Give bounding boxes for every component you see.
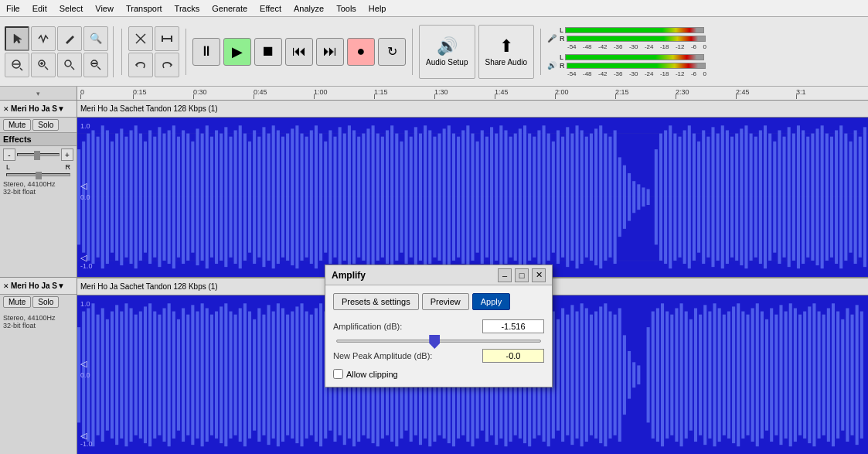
solo-btn[interactable]: Solo xyxy=(32,119,59,131)
svg-rect-304 xyxy=(614,314,617,435)
svg-rect-163 xyxy=(759,130,762,264)
zoom-fit-btn[interactable] xyxy=(57,53,82,77)
draw-tool-btn[interactable] xyxy=(57,26,82,51)
svg-rect-141 xyxy=(655,149,658,244)
zoom-out2-btn[interactable] xyxy=(83,53,108,77)
svg-rect-177 xyxy=(825,134,829,261)
trim-tool-btn[interactable] xyxy=(128,26,153,51)
menu-effect[interactable]: Effect xyxy=(254,2,288,15)
dialog-minimize-btn[interactable]: – xyxy=(498,268,512,282)
menu-file[interactable]: File xyxy=(0,2,26,15)
svg-rect-215 xyxy=(191,305,194,445)
svg-rect-296 xyxy=(575,311,578,438)
menu-help[interactable]: Help xyxy=(363,2,393,15)
close-track2-icon[interactable]: ✕ xyxy=(3,282,9,290)
undo-btn[interactable] xyxy=(128,53,153,77)
pause-btn[interactable]: ⏸ xyxy=(192,38,220,66)
menu-analyze[interactable]: Analyze xyxy=(288,2,330,15)
allow-clipping-row: Allow clipping xyxy=(333,369,544,379)
svg-rect-327 xyxy=(727,311,730,438)
svg-rect-86 xyxy=(390,125,393,268)
presets-settings-btn[interactable]: Presets & settings xyxy=(333,293,419,310)
audio-setup-btn[interactable]: 🔊 Audio Setup xyxy=(419,25,475,79)
svg-rect-69 xyxy=(310,130,313,264)
pan-thumb[interactable] xyxy=(36,172,42,179)
amp-slider-thumb[interactable] xyxy=(429,335,440,349)
gain-thumb[interactable] xyxy=(34,151,40,160)
record-btn[interactable]: ● xyxy=(347,38,375,66)
svg-rect-166 xyxy=(773,142,776,253)
track1-name: Meri Ho Ja S▼ xyxy=(11,104,65,113)
peak-input[interactable] xyxy=(482,349,544,363)
dialog-close-btn[interactable]: ✕ xyxy=(532,268,546,282)
play-btn[interactable]: ▶ xyxy=(223,38,251,66)
zoom-out-btn[interactable] xyxy=(5,53,29,77)
svg-rect-39 xyxy=(168,130,171,264)
amp-input[interactable] xyxy=(482,319,544,333)
svg-line-8 xyxy=(71,67,74,70)
menu-select[interactable]: Select xyxy=(53,2,90,15)
gain-minus-btn[interactable]: - xyxy=(3,148,15,161)
svg-rect-75 xyxy=(339,127,342,267)
svg-rect-63 xyxy=(281,137,284,258)
svg-rect-159 xyxy=(740,128,743,265)
svg-rect-92 xyxy=(419,134,422,261)
svg-rect-233 xyxy=(277,303,280,446)
menu-tools[interactable]: Tools xyxy=(330,2,363,15)
svg-rect-58 xyxy=(257,137,260,258)
svg-rect-24 xyxy=(97,137,100,258)
svg-rect-33 xyxy=(139,134,142,261)
pan-slider[interactable] xyxy=(6,173,70,176)
menu-generate[interactable]: Generate xyxy=(206,2,254,15)
close-track-icon[interactable]: ✕ xyxy=(3,105,9,113)
zoom-sel-btn[interactable] xyxy=(31,53,56,77)
apply-btn[interactable]: Apply xyxy=(472,293,511,310)
menu-transport[interactable]: Transport xyxy=(120,2,168,15)
svg-rect-26 xyxy=(106,130,109,264)
svg-rect-347 xyxy=(822,314,825,435)
amp-slider-track[interactable] xyxy=(336,340,541,343)
ruler-spacer-marker: ▾ xyxy=(36,90,40,97)
svg-rect-200 xyxy=(120,311,123,438)
svg-rect-238 xyxy=(300,303,303,446)
svg-text:-1.0: -1.0 xyxy=(80,262,93,270)
share-audio-btn[interactable]: ⬆ Share Audio xyxy=(478,25,535,79)
svg-rect-110 xyxy=(504,130,507,264)
svg-rect-305 xyxy=(618,308,621,442)
preview-btn[interactable]: Preview xyxy=(422,293,469,310)
track1-waveform[interactable]: 1.0 0.0 -1.0 ◁ ◁ xyxy=(77,118,868,278)
svg-rect-171 xyxy=(797,125,800,268)
allow-clipping-label[interactable]: Allow clipping xyxy=(346,370,398,379)
svg-rect-344 xyxy=(808,306,811,443)
ruler-tick-245 xyxy=(736,94,737,99)
mute-btn2[interactable]: Mute xyxy=(3,296,31,308)
speaker-icon: 🔊 xyxy=(437,36,458,56)
menu-edit[interactable]: Edit xyxy=(26,2,53,15)
redo-btn[interactable] xyxy=(155,53,179,77)
menu-tracks[interactable]: Tracks xyxy=(168,2,206,15)
zoom-in-btn[interactable]: 🔍 xyxy=(83,26,108,51)
svg-rect-178 xyxy=(830,137,833,258)
ruler-spacer: ▾ xyxy=(0,87,77,101)
svg-rect-79 xyxy=(357,137,360,258)
gain-plus-btn[interactable]: + xyxy=(61,148,73,161)
envelope-tool-btn[interactable] xyxy=(31,26,56,51)
dialog-maximize-btn[interactable]: □ xyxy=(515,268,529,282)
skip-start-btn[interactable]: ⏮ xyxy=(285,38,313,66)
stop-btn[interactable]: ⏹ xyxy=(254,38,282,66)
selection-tool-btn[interactable] xyxy=(5,26,29,51)
ruler-215: 2:15 xyxy=(615,88,629,96)
allow-clipping-checkbox[interactable] xyxy=(333,369,343,379)
svg-rect-157 xyxy=(730,137,734,258)
loop-btn[interactable]: ↻ xyxy=(378,38,406,66)
svg-rect-319 xyxy=(689,319,693,430)
amplify-dialog: Amplify – □ ✕ Presets & settings Preview… xyxy=(325,265,553,387)
skip-end-btn[interactable]: ⏭ xyxy=(316,38,344,66)
solo-btn2[interactable]: Solo xyxy=(32,296,59,308)
svg-rect-132 xyxy=(608,137,611,258)
silence-tool-btn[interactable] xyxy=(155,26,179,51)
mute-btn[interactable]: Mute xyxy=(3,119,31,131)
menu-view[interactable]: View xyxy=(89,2,120,15)
svg-rect-154 xyxy=(717,134,720,261)
gain-slider[interactable] xyxy=(17,153,60,156)
